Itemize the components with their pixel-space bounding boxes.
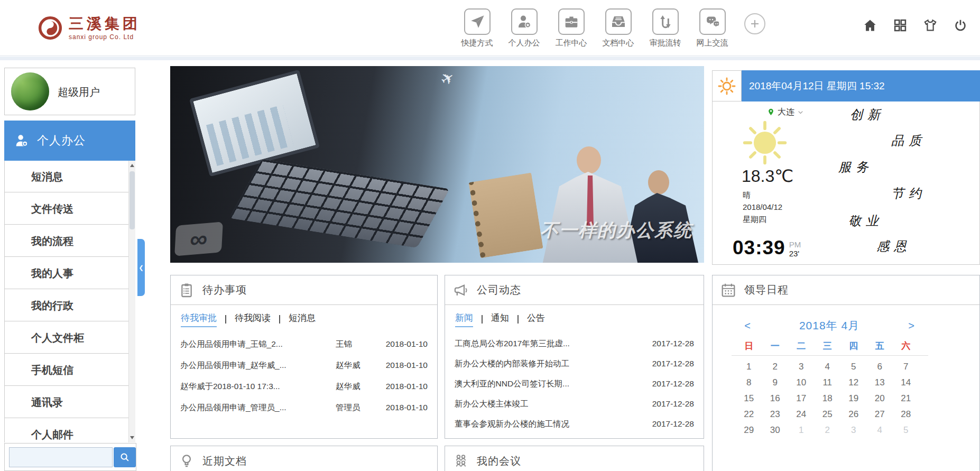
todo-row[interactable]: 办公用品领用申请_管理员_... 管理员 2018-01-10 [171,397,437,418]
calendar-day[interactable]: 6 [867,359,893,375]
news-tab[interactable]: 新闻 [455,312,473,327]
calendar-day[interactable]: 25 [815,407,841,422]
calendar-day[interactable]: 1 [736,359,762,375]
sidebar-scrollbar[interactable] [128,161,135,442]
sidebar-menu-item[interactable]: 个人邮件 [5,419,135,442]
calendar-day[interactable]: 13 [867,375,893,391]
calendar-day[interactable]: 7 [893,359,919,375]
sidebar-menu-item[interactable]: 手机短信 [5,354,135,386]
calendar-day[interactable]: 9 [762,375,789,391]
sidebar-section-personal-office[interactable]: 个人办公 [4,121,135,161]
calendar-day[interactable]: 26 [840,407,867,422]
next-month-button[interactable]: > [900,320,923,332]
news-row[interactable]: 澳大利亚的NND公司签订长期... 2017-12-28 [445,374,704,394]
todo-row[interactable]: 赵华威于2018-01-10 17:3... 赵华威 2018-01-10 [171,376,437,397]
calendar-day[interactable]: 1 [788,422,815,438]
news-row[interactable]: 新办公大楼主体竣工 2017-12-28 [445,394,704,414]
todo-tab[interactable]: 短消息 [271,312,316,327]
news-tab[interactable]: 公告 [509,312,545,327]
calendar-day[interactable]: 20 [867,391,893,407]
news-row[interactable]: 董事会参观新办公楼的施工情况 2017-12-28 [445,414,704,434]
weather-widget: 大连 18.3℃ 晴 2018/04/12 星期四 03:39 PM 23' 创… [712,101,980,265]
user-card: 超级用户 [4,68,135,115]
weather-weekday: 星期四 [743,215,766,225]
news-tab[interactable]: 通知 [473,312,509,327]
calendar-day[interactable]: 3 [840,422,867,438]
calendar-day[interactable]: 12 [840,375,867,391]
prev-month-button[interactable]: < [736,320,759,332]
nav-item-approval-flow[interactable]: 审批流转 [642,8,689,48]
calendar-day[interactable]: 30 [762,422,789,438]
calendar-day[interactable]: 22 [736,407,762,422]
calendar-day[interactable]: 14 [893,375,919,391]
nav-item-document-center[interactable]: 文档中心 [595,8,642,48]
news-row[interactable]: 工商总局公布2017年第三批虚... 2017-12-28 [445,334,704,354]
sidebar-menu-item[interactable]: 我的行政 [5,290,135,321]
scroll-up-arrow-icon[interactable] [130,164,134,167]
todo-row[interactable]: 办公用品领用申请_赵华威_... 赵华威 2018-01-10 [171,355,437,376]
sidebar-menu-item[interactable]: 短消息 [5,161,135,192]
nav-item-personal-office[interactable]: 个人办公 [501,8,548,48]
sidebar-menu-item[interactable]: 通讯录 [5,386,135,418]
scrollbar-thumb[interactable] [130,171,135,229]
datetime-bar: 2018年04月12日 星期四 15:32 [742,70,980,101]
briefcase-icon [563,13,580,30]
weather-date: 2018/04/12 [743,202,782,211]
calendar-day[interactable]: 3 [788,359,815,375]
calendar-day[interactable]: 21 [893,391,919,407]
calendar-day[interactable]: 5 [893,422,919,438]
search-input[interactable] [9,447,113,467]
sidebar-collapse-handle[interactable]: ❮ [137,239,145,296]
calendar-day[interactable]: 4 [867,422,893,438]
todo-tab[interactable]: 待我审批 [181,312,217,327]
motto-word: 敬业 [848,213,883,229]
calendar-day[interactable]: 2 [762,359,789,375]
banner-watermark: 不一样的办公系统 [540,218,692,243]
weather-condition: 晴 [743,190,751,200]
sidebar-menu-item[interactable]: 我的流程 [5,225,135,257]
calendar-day[interactable]: 4 [815,359,841,375]
calendar-day[interactable]: 15 [736,391,762,407]
sidebar-menu-item[interactable]: 个人文件柜 [5,322,135,354]
calendar-day[interactable]: 8 [736,375,762,391]
nav-item-shortcuts[interactable]: 快捷方式 [454,8,501,48]
calendar-day[interactable]: 19 [840,391,867,407]
calendar-day[interactable]: 17 [788,391,815,407]
city-selector[interactable]: 大连 [766,107,804,118]
oa-dashboard: 三溪集团 sanxi group Co. Ltd 快捷方式 [0,0,980,471]
nav-item-work-center[interactable]: 工作中心 [548,8,595,48]
news-list: 工商总局公布2017年第三批虚... 2017-12-28 新办公大楼的内部装修… [445,334,704,434]
calendar-day[interactable]: 2 [815,422,841,438]
calendar-day[interactable]: 18 [815,391,841,407]
calendar-day[interactable]: 5 [840,359,867,375]
calendar-day[interactable]: 10 [788,375,815,391]
calendar-day[interactable]: 24 [788,407,815,422]
add-shortcut-button[interactable] [744,13,765,34]
news-row[interactable]: 新办公大楼的内部装修开始动工 2017-12-28 [445,354,704,374]
scroll-down-arrow-icon[interactable] [130,436,134,439]
apps-grid-button[interactable] [893,18,908,33]
logout-button[interactable] [953,18,968,33]
clock-meridiem: PM [789,241,801,250]
calendar-day[interactable]: 29 [736,422,762,438]
home-button[interactable] [863,18,877,33]
user-star-icon [14,133,30,149]
sidebar-menu-item[interactable]: 文件传送 [5,193,135,225]
todo-row[interactable]: 办公用品领用申请_王锦_2... 王锦 2018-01-10 [171,334,437,355]
sidebar-menu-item[interactable]: 我的人事 [5,257,135,289]
username: 超级用户 [58,85,100,99]
power-icon [953,18,968,33]
todo-tab[interactable]: 待我阅读 [217,312,271,327]
calendar-day[interactable]: 16 [762,391,789,407]
nav-item-online-chat[interactable]: 网上交流 [689,8,736,48]
calendar-day[interactable]: 28 [893,407,919,422]
company-news-panel: 公司动态 新闻 通知 公告 工商总局公布2017年第三批虚... 2017-12… [445,275,704,439]
calendar-day[interactable]: 27 [867,407,893,422]
todo-panel-title: 待办事项 [202,283,247,297]
calendar-day[interactable]: 11 [815,375,841,391]
calendar-day[interactable]: 23 [762,407,789,422]
theme-button[interactable] [923,18,938,33]
top-header: 三溪集团 sanxi group Co. Ltd 快捷方式 [0,0,980,56]
search-button[interactable] [114,447,136,467]
avatar[interactable] [11,72,49,110]
